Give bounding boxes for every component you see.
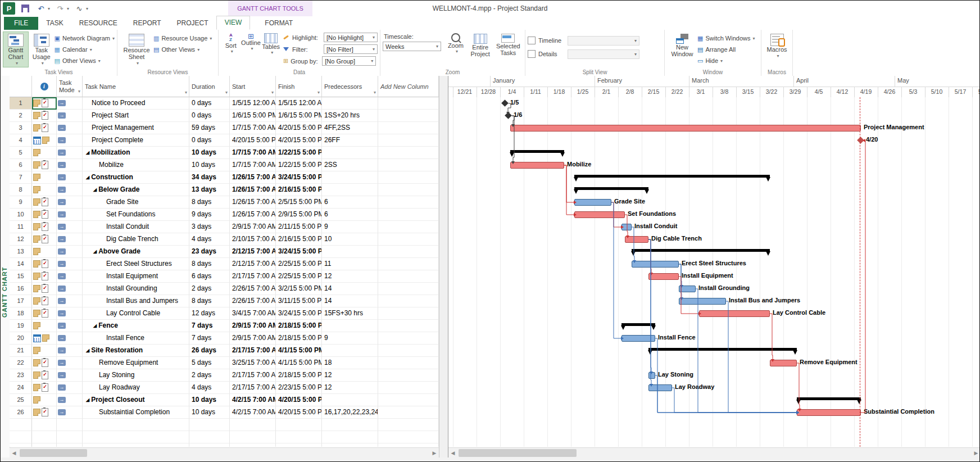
predecessors-cell[interactable]: 26FF bbox=[322, 134, 378, 147]
row-number[interactable]: 16 bbox=[10, 283, 32, 295]
duration-cell[interactable]: 34 days bbox=[189, 171, 230, 184]
predecessors-cell[interactable] bbox=[322, 147, 378, 159]
empty-cell[interactable] bbox=[57, 431, 83, 443]
start-cell[interactable]: 3/4/15 7:00 AM bbox=[230, 307, 276, 320]
duration-cell[interactable]: 5 days bbox=[189, 357, 230, 369]
duration-cell[interactable]: 10 days bbox=[189, 159, 230, 171]
duration-cell[interactable]: 13 days bbox=[189, 184, 230, 196]
empty-cell[interactable] bbox=[230, 431, 276, 443]
predecessors-cell[interactable]: 14 bbox=[322, 283, 378, 295]
undo-dropdown-icon[interactable]: ▾ bbox=[48, 6, 50, 11]
finish-cell[interactable]: 1/5/15 12:00 AM bbox=[276, 97, 322, 110]
indicator-cell[interactable]: ✓ bbox=[32, 209, 57, 221]
table-horizontal-scrollbar[interactable]: ◀ ▶ bbox=[10, 447, 439, 458]
row-number[interactable]: 13 bbox=[10, 246, 32, 258]
empty-cell[interactable] bbox=[189, 431, 230, 443]
task-mode-cell[interactable]: → bbox=[57, 97, 83, 110]
scrollbar-thumb[interactable] bbox=[459, 449, 577, 457]
filter-dropdown[interactable]: [No Filter]▾ bbox=[324, 44, 378, 54]
start-cell[interactable]: 2/10/15 7:00 AM bbox=[230, 233, 276, 246]
task-mode-cell[interactable]: → bbox=[57, 246, 83, 258]
task-name-cell[interactable]: ◢Fence bbox=[83, 320, 189, 332]
task-name-cell[interactable]: Notice to Proceed bbox=[83, 97, 189, 110]
add-new-column-cell[interactable] bbox=[378, 246, 439, 258]
new-window-button[interactable]: New Window bbox=[667, 31, 697, 67]
sort-button[interactable]: AZ Sort▾ bbox=[221, 31, 241, 67]
add-new-column-cell[interactable] bbox=[378, 209, 439, 221]
task-mode-cell[interactable]: → bbox=[57, 258, 83, 270]
duration-cell[interactable]: 3 days bbox=[189, 221, 230, 233]
finish-cell[interactable]: 2/25/15 5:00 PM bbox=[276, 258, 322, 270]
empty-cell[interactable] bbox=[10, 431, 32, 443]
task-mode-cell[interactable]: → bbox=[57, 122, 83, 134]
indicator-cell[interactable] bbox=[32, 147, 57, 159]
add-new-column-cell[interactable] bbox=[378, 270, 439, 283]
indicator-cell[interactable]: ✓ bbox=[32, 97, 57, 110]
row-number[interactable]: 7 bbox=[10, 171, 32, 184]
selected-tasks-button[interactable]: Selected Tasks bbox=[494, 31, 523, 67]
gantt-bar[interactable] bbox=[699, 310, 770, 317]
duration-filter-icon[interactable]: ▾ bbox=[225, 90, 228, 95]
empty-cell[interactable] bbox=[322, 419, 378, 431]
row-number[interactable]: 20 bbox=[10, 332, 32, 345]
timescale-dropdown[interactable]: Weeks▾ bbox=[383, 42, 441, 51]
hide-button[interactable]: ▭ Hide▾ bbox=[697, 55, 755, 66]
predecessors-cell[interactable]: 1SS+20 hrs bbox=[322, 110, 378, 122]
finish-cell[interactable]: 3/24/15 5:00 PM bbox=[276, 246, 322, 258]
scroll-right-icon[interactable]: ▶ bbox=[972, 449, 980, 457]
start-cell[interactable]: 2/26/15 7:00 AM bbox=[230, 295, 276, 307]
start-cell[interactable]: 1/7/15 7:00 AM bbox=[230, 159, 276, 171]
duration-cell[interactable]: 6 days bbox=[189, 270, 230, 283]
resource-sheet-button[interactable]: Resource Sheet▾ bbox=[120, 31, 153, 67]
timeline-checkbox[interactable] bbox=[528, 37, 536, 44]
duration-cell[interactable]: 2 days bbox=[189, 283, 230, 295]
gantt-chart-button[interactable]: Gantt Chart▾ bbox=[3, 31, 29, 67]
macros-button[interactable]: Macros▾ bbox=[764, 31, 790, 67]
indicator-cell[interactable] bbox=[32, 184, 57, 196]
group-by-dropdown[interactable]: [No Group]▾ bbox=[322, 56, 376, 66]
scrollbar-thumb[interactable] bbox=[20, 449, 87, 457]
duration-cell[interactable]: 0 days bbox=[189, 134, 230, 147]
calendar-button[interactable]: ▦ Calendar▾ bbox=[55, 44, 115, 55]
finish-cell[interactable]: 2/25/15 5:00 PM bbox=[276, 270, 322, 283]
start-cell[interactable]: 4/2/15 7:00 AM bbox=[230, 394, 276, 406]
predecessors-cell[interactable] bbox=[322, 320, 378, 332]
task-mode-cell[interactable]: → bbox=[57, 171, 83, 184]
add-new-column-cell[interactable] bbox=[378, 122, 439, 134]
indicator-cell[interactable] bbox=[32, 171, 57, 184]
duration-cell[interactable]: 8 days bbox=[189, 258, 230, 270]
other-views-res-button[interactable]: ▤ Other Views▾ bbox=[153, 44, 212, 55]
start-cell[interactable]: 1/26/15 7:00 AM bbox=[230, 196, 276, 209]
predecessors-cell[interactable]: 4FF,2SS bbox=[322, 122, 378, 134]
indicator-cell[interactable]: ✓ bbox=[32, 233, 57, 246]
empty-cell[interactable] bbox=[32, 419, 57, 431]
duration-cell[interactable]: 26 days bbox=[189, 345, 230, 357]
finish-cell[interactable]: 4/20/15 5:00 PM bbox=[276, 394, 322, 406]
gantt-bar[interactable] bbox=[770, 360, 797, 366]
start-filter-icon[interactable]: ▾ bbox=[271, 90, 274, 95]
task-mode-cell[interactable]: → bbox=[57, 209, 83, 221]
gantt-milestone[interactable] bbox=[501, 99, 509, 107]
add-new-column-cell[interactable] bbox=[378, 171, 439, 184]
start-cell[interactable]: 1/7/15 7:00 AM bbox=[230, 147, 276, 159]
task-mode-cell[interactable]: → bbox=[57, 233, 83, 246]
gantt-bar[interactable] bbox=[621, 224, 632, 230]
tab-resource[interactable]: RESOURCE bbox=[71, 17, 125, 30]
gantt-summary-bar[interactable] bbox=[797, 397, 861, 400]
gantt-bar[interactable] bbox=[679, 286, 696, 292]
indicator-cell[interactable]: ✓ bbox=[32, 283, 57, 295]
empty-cell[interactable] bbox=[83, 443, 189, 447]
start-cell[interactable]: 4/2/15 7:00 AM bbox=[230, 406, 276, 419]
duration-cell[interactable]: 59 days bbox=[189, 122, 230, 134]
predecessors-cell[interactable]: 9 bbox=[322, 332, 378, 345]
task-mode-cell[interactable]: → bbox=[57, 406, 83, 419]
task-name-cell[interactable]: Install Grounding bbox=[83, 283, 189, 295]
task-name-cell[interactable]: Substaintial Completion bbox=[83, 406, 189, 419]
duration-cell[interactable]: 2 days bbox=[189, 369, 230, 382]
gantt-bar[interactable] bbox=[625, 236, 648, 243]
empty-cell[interactable] bbox=[378, 443, 439, 447]
empty-cell[interactable] bbox=[322, 443, 378, 447]
indicator-cell[interactable]: ✓ bbox=[32, 110, 57, 122]
task-name-cell[interactable]: Lay Roadway bbox=[83, 382, 189, 394]
task-name-cell[interactable]: Lay Stoning bbox=[83, 369, 189, 382]
